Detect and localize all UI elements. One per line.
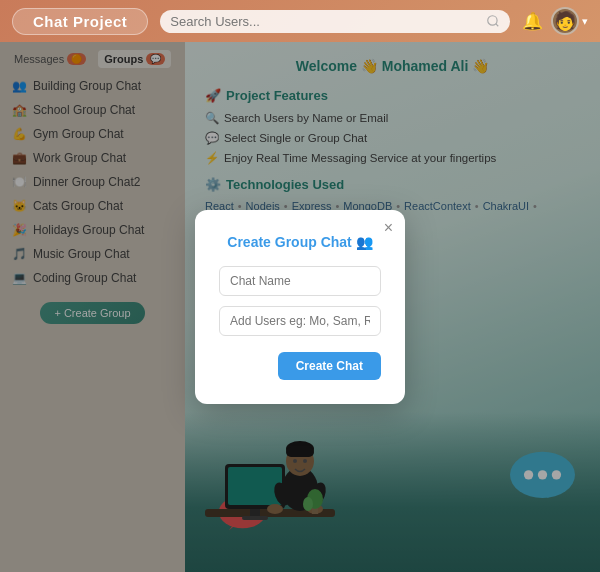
search-icon	[486, 14, 500, 28]
bell-icon[interactable]: 🔔	[522, 11, 543, 32]
app-title: Chat Project	[12, 8, 148, 35]
avatar: 🧑	[551, 7, 579, 35]
modal-close-button[interactable]: ×	[384, 220, 393, 236]
add-users-input[interactable]	[219, 306, 381, 336]
search-bar[interactable]	[160, 10, 510, 33]
main-layout: Messages 🟠 Groups 💬 👥Building Group Chat…	[0, 42, 600, 572]
header: Chat Project 🔔 🧑 ▾	[0, 0, 600, 42]
create-chat-button[interactable]: Create Chat	[278, 352, 381, 380]
search-input[interactable]	[170, 14, 480, 29]
chat-name-input[interactable]	[219, 266, 381, 296]
create-group-modal: × Create Group Chat 👥 Create Chat	[195, 210, 405, 404]
modal-overlay: × Create Group Chat 👥 Create Chat	[0, 42, 600, 572]
group-chat-icon: 👥	[356, 234, 373, 250]
modal-title: Create Group Chat 👥	[219, 234, 381, 250]
avatar-dropdown[interactable]: 🧑 ▾	[551, 7, 588, 35]
svg-line-1	[496, 24, 499, 27]
svg-point-0	[488, 16, 497, 25]
header-icons: 🔔 🧑 ▾	[522, 7, 588, 35]
chevron-down-icon: ▾	[582, 15, 588, 28]
